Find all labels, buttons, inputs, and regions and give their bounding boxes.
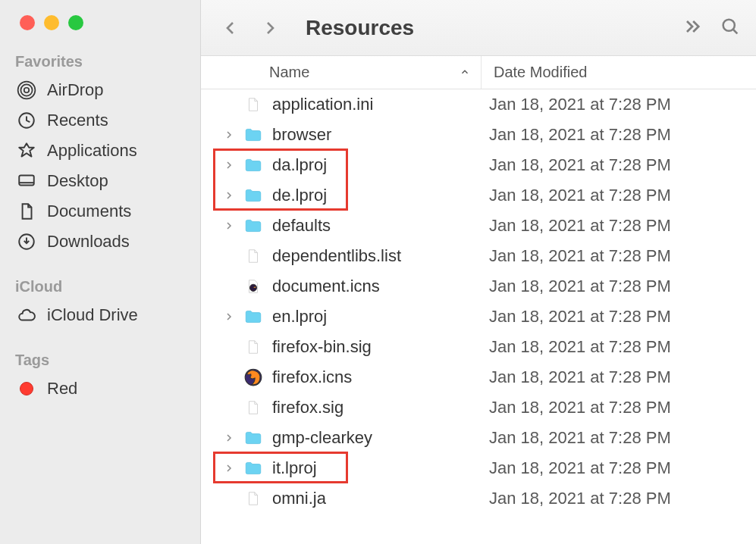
- file-name: defaults: [272, 216, 489, 236]
- file-name: da.lproj: [272, 155, 489, 175]
- file-date: Jan 18, 2021 at 7:28 PM: [489, 246, 671, 266]
- sidebar-item-label: AirDrop: [47, 80, 104, 100]
- folder-icon: [242, 154, 265, 177]
- file-date: Jan 18, 2021 at 7:28 PM: [489, 428, 671, 448]
- file-name: firefox.icns: [272, 367, 489, 387]
- sidebar-item-icloud[interactable]: iCloud Drive: [11, 300, 193, 330]
- column-header-date-label: Date Modified: [494, 64, 587, 80]
- file-date: Jan 18, 2021 at 7:28 PM: [489, 398, 671, 417]
- file-row[interactable]: defaultsJan 18, 2021 at 7:28 PM: [201, 211, 756, 241]
- downloads-icon: [15, 231, 38, 252]
- sidebar-item-desktop[interactable]: Desktop: [11, 166, 193, 196]
- toolbar-overflow-button[interactable]: [682, 16, 703, 40]
- file-name: omni.ja: [272, 489, 489, 508]
- file-row[interactable]: de.lprojJan 18, 2021 at 7:28 PM: [201, 180, 756, 211]
- file-date: Jan 18, 2021 at 7:28 PM: [489, 307, 671, 327]
- section-icloud-title: iCloud: [15, 278, 188, 295]
- folder-icon: [242, 214, 265, 237]
- file-row[interactable]: firefox-bin.sigJan 18, 2021 at 7:28 PM: [201, 332, 756, 362]
- folder-icon: [242, 123, 265, 146]
- sidebar-item-label: Applications: [47, 141, 137, 161]
- sort-ascending-icon: [460, 64, 470, 81]
- icloud-icon: [15, 305, 38, 326]
- column-header-name-label: Name: [269, 64, 309, 81]
- disclosure-triangle-icon[interactable]: [216, 159, 242, 171]
- sidebar-item-label: Downloads: [47, 232, 130, 252]
- sidebar-item-documents[interactable]: Documents: [11, 196, 193, 227]
- tag-red-icon: [15, 378, 38, 399]
- sidebar-item-downloads[interactable]: Downloads: [11, 227, 193, 257]
- file-row[interactable]: dependentlibs.listJan 18, 2021 at 7:28 P…: [201, 241, 756, 271]
- file-row[interactable]: it.lprojJan 18, 2021 at 7:28 PM: [201, 453, 756, 483]
- file-icon: [242, 245, 265, 267]
- svg-point-1: [20, 84, 32, 95]
- sidebar-item-label: Desktop: [47, 171, 108, 191]
- file-name: document.icns: [272, 277, 489, 296]
- file-row[interactable]: browserJan 18, 2021 at 7:28 PM: [201, 120, 756, 150]
- file-name: gmp-clearkey: [272, 428, 489, 448]
- disclosure-triangle-icon[interactable]: [216, 129, 242, 141]
- file-date: Jan 18, 2021 at 7:28 PM: [489, 277, 671, 296]
- section-tags-title: Tags: [15, 352, 188, 369]
- applications-icon: [15, 140, 38, 161]
- disclosure-triangle-icon[interactable]: [216, 432, 242, 444]
- file-date: Jan 18, 2021 at 7:28 PM: [489, 458, 671, 478]
- column-header-name[interactable]: Name: [201, 56, 482, 89]
- file-date: Jan 18, 2021 at 7:28 PM: [489, 125, 671, 145]
- file-name: it.lproj: [272, 458, 489, 478]
- file-name: browser: [272, 125, 489, 145]
- sidebar: Favorites AirDrop Recents Applications D…: [0, 0, 201, 544]
- sidebar-item-applications[interactable]: Applications: [11, 136, 193, 166]
- recents-icon: [15, 110, 38, 131]
- close-window-button[interactable]: [20, 15, 35, 30]
- sidebar-item-label: Recents: [47, 111, 108, 130]
- file-name: de.lproj: [272, 186, 489, 205]
- file-icon: [242, 396, 265, 419]
- sidebar-item-airdrop[interactable]: AirDrop: [11, 75, 193, 105]
- minimize-window-button[interactable]: [44, 15, 59, 30]
- toolbar: Resources: [201, 0, 756, 56]
- file-icon: [242, 275, 265, 298]
- file-icon: [242, 93, 265, 116]
- disclosure-triangle-icon[interactable]: [216, 220, 242, 232]
- main-pane: Resources Name Date Modified application…: [201, 0, 756, 544]
- file-row[interactable]: firefox.icnsJan 18, 2021 at 7:28 PM: [201, 362, 756, 392]
- file-name: firefox.sig: [272, 398, 489, 417]
- file-row[interactable]: gmp-clearkeyJan 18, 2021 at 7:28 PM: [201, 423, 756, 453]
- search-button[interactable]: [720, 16, 741, 40]
- file-icon: [242, 487, 265, 510]
- sidebar-item-recents[interactable]: Recents: [11, 105, 193, 136]
- sidebar-item-tag-red[interactable]: Red: [11, 374, 193, 404]
- file-row[interactable]: firefox.sigJan 18, 2021 at 7:28 PM: [201, 392, 756, 423]
- sidebar-item-label: Red: [47, 379, 77, 399]
- column-header-date[interactable]: Date Modified: [482, 64, 587, 81]
- file-date: Jan 18, 2021 at 7:28 PM: [489, 337, 671, 357]
- forward-button[interactable]: [256, 14, 284, 42]
- file-date: Jan 18, 2021 at 7:28 PM: [489, 489, 671, 508]
- file-list[interactable]: application.iniJan 18, 2021 at 7:28 PMbr…: [201, 89, 756, 544]
- file-name: firefox-bin.sig: [272, 337, 489, 357]
- disclosure-triangle-icon[interactable]: [216, 189, 242, 202]
- sidebar-item-label: iCloud Drive: [47, 305, 138, 325]
- file-date: Jan 18, 2021 at 7:28 PM: [489, 216, 671, 236]
- back-button[interactable]: [216, 14, 245, 42]
- file-icon: [242, 366, 265, 389]
- disclosure-triangle-icon[interactable]: [216, 462, 242, 474]
- file-row[interactable]: application.iniJan 18, 2021 at 7:28 PM: [201, 89, 756, 120]
- window-controls: [20, 15, 193, 30]
- folder-icon: [242, 184, 265, 207]
- zoom-window-button[interactable]: [68, 15, 83, 30]
- file-row[interactable]: en.lprojJan 18, 2021 at 7:28 PM: [201, 302, 756, 332]
- file-row[interactable]: document.icnsJan 18, 2021 at 7:28 PM: [201, 271, 756, 302]
- folder-icon: [242, 457, 265, 480]
- desktop-icon: [15, 170, 38, 192]
- column-header: Name Date Modified: [201, 56, 756, 89]
- file-icon: [242, 336, 265, 358]
- file-row[interactable]: da.lprojJan 18, 2021 at 7:28 PM: [201, 150, 756, 180]
- svg-point-0: [24, 88, 30, 93]
- folder-icon: [242, 305, 265, 328]
- file-row[interactable]: omni.jaJan 18, 2021 at 7:28 PM: [201, 483, 756, 514]
- file-date: Jan 18, 2021 at 7:28 PM: [489, 95, 671, 114]
- disclosure-triangle-icon[interactable]: [216, 311, 242, 323]
- file-name: dependentlibs.list: [272, 246, 489, 266]
